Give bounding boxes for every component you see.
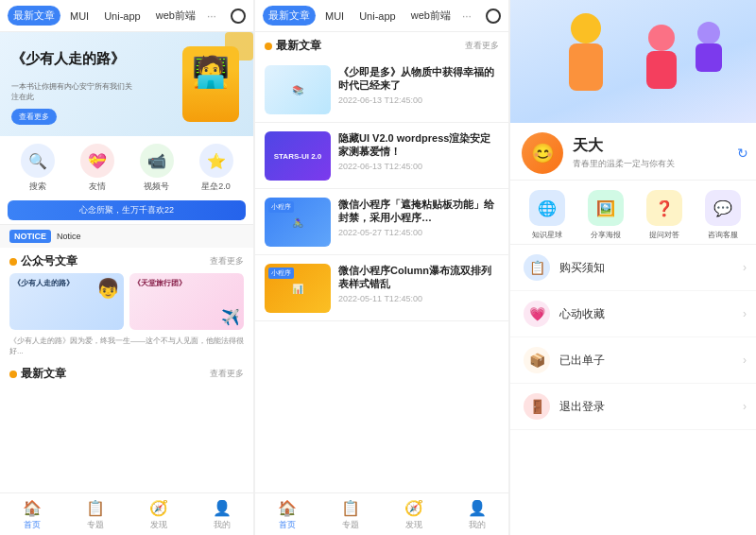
topics-label: 专题 [87, 519, 104, 531]
support-label: 咨询客服 [708, 230, 738, 240]
nav-topics-left[interactable]: 📋 专题 [63, 499, 127, 531]
article-thumb-1: 📚 [265, 65, 331, 114]
home-label: 首页 [24, 519, 41, 531]
logout-icon: 🚪 [524, 393, 550, 420]
article-card-1[interactable]: 《少有人走的路》 👦 [9, 273, 124, 330]
action-qa[interactable]: ❓ 提问对答 [646, 190, 682, 240]
hero-btn[interactable]: 查看更多 [11, 109, 57, 125]
menu-favorites[interactable]: 💗 心动收藏 › [510, 291, 756, 337]
hero-figures [510, 0, 756, 123]
search-icon: 🔍 [21, 144, 55, 178]
menu-orders[interactable]: 📦 已出单子 › [510, 337, 756, 384]
action-support[interactable]: 💬 咨询客服 [705, 190, 741, 240]
section-dot [9, 258, 17, 266]
section-latest-title: 最新文章 [9, 366, 66, 382]
article-date-1: 2022-06-13 T12:45:00 [338, 95, 499, 105]
article-item-1[interactable]: 📚 《少即是多》从物质中获得幸福的时代已经来了 2022-06-13 T12:4… [255, 58, 508, 123]
article-date-3: 2022-05-27 T12:45:00 [338, 228, 499, 237]
video-label: 视频号 [144, 181, 169, 193]
article-item-4[interactable]: 📊 小程序 微信小程序Column瀑布流双排列表样式错乱 2022-05-11 … [255, 256, 508, 321]
nav-mine-mid[interactable]: 👤 我的 [445, 499, 508, 531]
menu-logout[interactable]: 🚪 退出登录 › [510, 384, 756, 430]
latest-more[interactable]: 查看更多 [210, 368, 244, 380]
hero-subtitle: 一本书让你拥有内心安宁所有我们关注在此 [11, 81, 134, 102]
mine-icon: 👤 [213, 499, 232, 517]
topics-icon: 📋 [86, 499, 105, 517]
bottom-nav-mid: 🏠 首页 📋 专题 🧭 发现 👤 我的 [255, 492, 508, 535]
profile-info: 😊 天大 青春里的温柔一定与你有关 ↻ [510, 123, 756, 181]
tab-latest-mid[interactable]: 最新文章 [263, 6, 316, 26]
icon-search-item[interactable]: 🔍 搜索 [21, 144, 55, 193]
article-thumb-4: 📊 小程序 [265, 264, 331, 313]
topics-icon-mid: 📋 [341, 499, 360, 517]
menu-list: 📋 购买须知 › 💗 心动收藏 › 📦 已出单子 › 🚪 退出登录 › [510, 245, 756, 535]
mine-label-mid: 我的 [469, 519, 486, 531]
article-thumb-3: 🚴‍♀️ 小程序 [265, 198, 331, 247]
gongzhong-more[interactable]: 查看更多 [210, 255, 244, 268]
home-icon-mid: 🏠 [278, 499, 297, 517]
tab-uniapp-left[interactable]: Uni-app [98, 8, 146, 25]
favorites-label: 心动收藏 [559, 306, 733, 322]
tab-circle [231, 9, 246, 24]
section-gongzhong-title: 公众号文章 [9, 253, 77, 269]
article-cards-row: 《少有人走的路》 👦 《天堂旅行团》 ✈️ [0, 273, 253, 336]
profile-hero [510, 0, 756, 123]
article-info-2: 隐藏UI V2.0 wordpress渲染安定家测慕爱情！ 2022-06-13… [338, 131, 499, 171]
profile-name: 天大 [573, 136, 675, 156]
article-date-4: 2022-05-11 T12:45:00 [338, 294, 499, 303]
nav-mine-left[interactable]: 👤 我的 [190, 499, 253, 531]
tab-web-mid[interactable]: web前端 [405, 6, 456, 26]
tab-dots: ··· [207, 9, 216, 23]
article-title-2: 隐藏UI V2.0 wordpress渲染安定家测慕爱情！ [338, 131, 499, 159]
refresh-icon[interactable]: ↻ [737, 146, 748, 161]
tab-latest-left[interactable]: 最新文章 [8, 6, 60, 26]
svg-point-0 [571, 13, 601, 43]
article-info-1: 《少即是多》从物质中获得幸福的时代已经来了 2022-06-13 T12:45:… [338, 65, 499, 105]
chevron-icon-2: › [743, 354, 747, 367]
discover-label: 发现 [150, 519, 167, 531]
icon-star-item[interactable]: ⭐ 星垒2.0 [199, 144, 233, 193]
action-share[interactable]: 🖼️ 分享海报 [588, 190, 624, 240]
svg-point-4 [697, 22, 720, 44]
mid-more[interactable]: 查看更多 [465, 40, 499, 52]
icon-video-item[interactable]: 📹 视频号 [140, 144, 174, 193]
qa-label: 提问对答 [649, 230, 679, 240]
section-latest-header: 最新文章 查看更多 [0, 360, 253, 386]
section-latest-dot [9, 371, 17, 378]
nav-home-left[interactable]: 🏠 首页 [0, 499, 63, 531]
icon-friends-item[interactable]: 💝 友情 [80, 144, 114, 193]
chevron-icon-1: › [743, 307, 747, 320]
promo-text: 心念所聚，生万千喜欢22 [79, 204, 174, 216]
discover-icon: 🧭 [149, 499, 168, 517]
article-item-2[interactable]: STARS-UI 2.0 隐藏UI V2.0 wordpress渲染安定家测慕爱… [255, 124, 508, 189]
tab-web-left[interactable]: web前端 [150, 6, 201, 26]
menu-purchase[interactable]: 📋 购买须知 › [510, 245, 756, 291]
profile-avatar: 😊 [522, 132, 563, 174]
topics-label-mid: 专题 [342, 519, 359, 531]
nav-home-mid[interactable]: 🏠 首页 [255, 499, 318, 531]
article-tag-3: 小程序 [268, 201, 294, 213]
svg-rect-5 [696, 43, 722, 72]
tab-mui-left[interactable]: MUI [64, 8, 94, 25]
nav-discover-mid[interactable]: 🧭 发现 [382, 499, 445, 531]
article-item-3[interactable]: 🚴‍♀️ 小程序 微信小程序「遮掩粘贴板功能」给封禁，采用小程序… 2022-0… [255, 190, 508, 255]
article-list: 📚 《少即是多》从物质中获得幸福的时代已经来了 2022-06-13 T12:4… [255, 58, 508, 492]
article-info-4: 微信小程序Column瀑布流双排列表样式错乱 2022-05-11 T12:45… [338, 264, 499, 303]
discover-label-mid: 发现 [405, 519, 422, 531]
search-label: 搜索 [29, 181, 46, 193]
article-card-2[interactable]: 《天堂旅行团》 ✈️ [129, 273, 244, 330]
article-date-2: 2022-06-13 T12:45:00 [338, 162, 499, 171]
tab-mui-mid[interactable]: MUI [319, 8, 350, 25]
nav-discover-left[interactable]: 🧭 发现 [127, 499, 190, 531]
star-icon: ⭐ [199, 144, 233, 178]
action-knowledge[interactable]: 🌐 知识星球 [529, 190, 565, 240]
share-label: 分享海报 [591, 230, 621, 240]
svg-rect-3 [646, 51, 677, 89]
svg-point-2 [648, 25, 675, 51]
nav-topics-mid[interactable]: 📋 专题 [318, 499, 382, 531]
article-title-3: 微信小程序「遮掩粘贴板功能」给封禁，采用小程序… [338, 198, 499, 225]
profile-actions: 🌐 知识星球 🖼️ 分享海报 ❓ 提问对答 💬 咨询客服 [510, 181, 756, 245]
tab-uniapp-mid[interactable]: Uni-app [353, 8, 402, 25]
section-gongzhong-header: 公众号文章 查看更多 [0, 248, 253, 273]
discover-icon-mid: 🧭 [404, 499, 423, 517]
